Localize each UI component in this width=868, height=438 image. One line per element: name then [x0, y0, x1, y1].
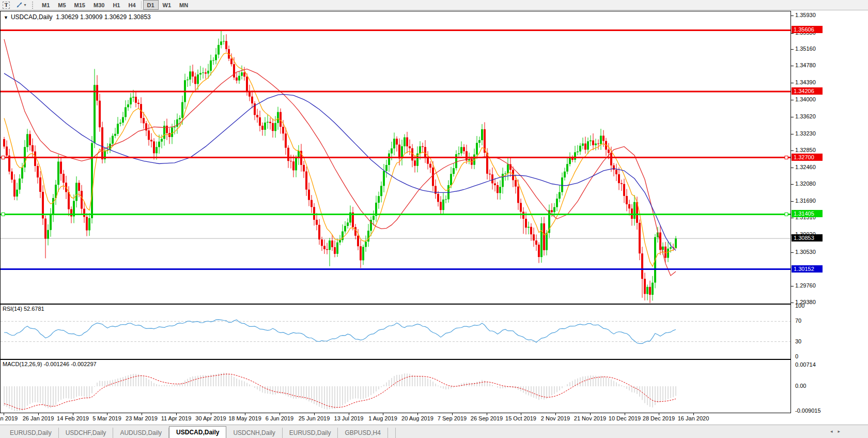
- chart-title: ▼USDCAD,Daily 1.30629 1.30909 1.30629 1.…: [4, 13, 151, 21]
- rsi-axis-label: 70: [795, 318, 801, 324]
- macd-indicator-label: MACD(12,26,9) -0.001246 -0.002297: [3, 361, 97, 367]
- crosshair-tool-button[interactable]: ▾: [12, 0, 30, 10]
- toolbar-grip[interactable]: [32, 2, 36, 9]
- chart-tab-audusd-daily[interactable]: AUDUSD,Daily: [113, 428, 169, 438]
- tab-scroll-left-icon[interactable]: ◂: [830, 429, 838, 434]
- timeframe-button-m15[interactable]: M15: [70, 0, 89, 10]
- line-handle[interactable]: [785, 156, 788, 159]
- timeframe-button-m1[interactable]: M1: [38, 0, 54, 10]
- date-axis-label: 15 Oct 2019: [505, 415, 536, 421]
- price-line-label: 1.35606: [792, 26, 823, 33]
- price-line-label: 1.34206: [792, 87, 823, 95]
- axis-tick-mark: [791, 286, 794, 286]
- timeframe-button-d1[interactable]: D1: [143, 0, 159, 10]
- price-axis-label: 1.34780: [795, 62, 816, 68]
- date-axis-label: 14 Feb 2019: [57, 415, 89, 421]
- top-toolbar: T ▾ M1M5M15M30H1H4D1W1MN: [0, 0, 868, 10]
- main-chart-panel[interactable]: ▼USDCAD,Daily 1.30629 1.30909 1.30629 1.…: [0, 11, 791, 304]
- tab-scroll-right-icon[interactable]: ▸: [838, 429, 845, 434]
- date-axis-label: 8 Jan 2019: [0, 415, 18, 421]
- price-axis[interactable]: 1.359301.355301.351601.347801.343901.340…: [791, 0, 868, 438]
- line-handle[interactable]: [785, 213, 788, 216]
- axis-tick-mark: [791, 184, 794, 185]
- price-axis-label: 1.33230: [795, 130, 816, 137]
- rsi-axis-label: 100: [795, 303, 804, 309]
- timeframe-button-m5[interactable]: M5: [54, 0, 70, 10]
- axis-tick-mark: [791, 16, 794, 16]
- price-axis-label: 1.32080: [795, 180, 816, 187]
- timeframe-button-h1[interactable]: H1: [109, 0, 124, 10]
- chart-tab-usdcnh-daily[interactable]: USDCNH,Daily: [226, 428, 282, 438]
- price-axis-label: 1.32460: [795, 164, 816, 170]
- rsi-panel[interactable]: RSI(14) 52.6781: [0, 304, 791, 359]
- line-handle[interactable]: [2, 213, 5, 216]
- tab-filler: [388, 428, 396, 438]
- axis-tick-mark: [791, 252, 794, 253]
- chevron-down-icon: ▾: [24, 3, 26, 7]
- chart-tab-eurusd-daily[interactable]: EURUSD,Daily: [283, 428, 338, 438]
- timeframe-button-m30[interactable]: M30: [89, 0, 109, 10]
- date-axis-label: 18 May 2019: [228, 415, 261, 421]
- date-axis-label: 26 Sep 2019: [471, 415, 503, 421]
- date-axis[interactable]: 8 Jan 201926 Jan 201914 Feb 20195 Mar 20…: [0, 413, 791, 425]
- price-axis-label: 1.31690: [795, 198, 816, 204]
- date-axis-label: 2 Nov 2019: [541, 415, 570, 421]
- date-axis-label: 1 Aug 2019: [368, 415, 397, 421]
- chart-tab-usdcad-daily[interactable]: USDCAD,Daily: [169, 426, 226, 438]
- axis-tick-mark: [791, 303, 794, 303]
- price-axis-label: 1.32850: [795, 147, 816, 153]
- collapse-triangle-icon: ▼: [4, 15, 8, 20]
- axis-tick-mark: [791, 83, 794, 83]
- text-tool-button[interactable]: T: [0, 0, 12, 10]
- axis-tick-mark: [791, 100, 794, 100]
- line-handle[interactable]: [2, 156, 5, 159]
- candlestick-plot-area[interactable]: [1, 11, 791, 304]
- macd-axis-label: 0.00: [795, 383, 806, 389]
- chart-symbol: USDCAD,Daily: [11, 13, 53, 21]
- date-axis-label: 25 Jun 2019: [299, 415, 330, 421]
- chart-tab-usdchf-daily[interactable]: USDCHF,Daily: [59, 428, 114, 438]
- axis-tick-mark: [791, 201, 794, 202]
- timeframe-button-h4[interactable]: H4: [124, 0, 140, 10]
- chart-tab-eurusd-daily[interactable]: EURUSD,Daily: [3, 428, 59, 438]
- crosshair-tool-icon: [16, 2, 23, 8]
- rsi-plot-area[interactable]: [1, 305, 791, 359]
- price-axis-label: 1.35160: [795, 46, 816, 52]
- macd-axis-label: -0.009015: [795, 407, 821, 414]
- date-axis-label: 10 Dec 2019: [609, 415, 641, 421]
- macd-panel[interactable]: MACD(12,26,9) -0.001246 -0.002297: [0, 359, 791, 413]
- price-axis-label: 1.33620: [795, 113, 816, 119]
- chart-tab-bar: EURUSD,DailyUSDCHF,DailyAUDUSD,DailyUSDC…: [0, 425, 868, 438]
- chart-ohlc-values: 1.30629 1.30909 1.30629 1.30853: [56, 13, 151, 21]
- axis-tick-mark: [791, 33, 794, 34]
- date-axis-label: 21 Nov 2019: [574, 415, 606, 421]
- rsi-line: [4, 320, 676, 343]
- date-axis-label: 16 Jan 2020: [678, 415, 709, 421]
- date-axis-label: 28 Dec 2019: [643, 415, 675, 421]
- rsi-axis-label: 0: [795, 353, 798, 359]
- rsi-indicator-label: RSI(14) 52.6781: [3, 306, 44, 312]
- price-axis-label: 1.34000: [795, 96, 816, 102]
- axis-tick-mark: [791, 49, 794, 50]
- date-axis-label: 26 Jan 2019: [23, 415, 54, 421]
- price-axis-label: 1.34390: [795, 79, 816, 85]
- toolbar-separator: [141, 1, 142, 9]
- price-axis-label: 1.35930: [795, 12, 816, 18]
- price-line-label: 1.31405: [792, 210, 823, 217]
- axis-tick-mark: [791, 117, 794, 117]
- macd-plot-area[interactable]: [1, 360, 791, 413]
- date-axis-label: 5 Mar 2019: [92, 415, 121, 421]
- price-axis-label: 1.30530: [795, 249, 816, 255]
- axis-tick-mark: [791, 168, 794, 168]
- timeframe-button-w1[interactable]: W1: [159, 0, 176, 10]
- date-axis-label: 13 Jul 2019: [334, 415, 364, 421]
- date-axis-label: 11 Apr 2019: [161, 415, 192, 421]
- chart-tab-gbpusd-h4[interactable]: GBPUSD,H4: [338, 428, 388, 438]
- price-axis-label: 1.29760: [795, 282, 816, 289]
- timeframe-button-mn[interactable]: MN: [175, 0, 192, 10]
- date-axis-label: 6 Jun 2019: [266, 415, 293, 421]
- date-axis-label: 23 Mar 2019: [126, 415, 158, 421]
- price-line-label: 1.30152: [792, 265, 823, 273]
- axis-tick-mark: [791, 218, 794, 218]
- macd-axis-label: 0.00714: [795, 361, 816, 368]
